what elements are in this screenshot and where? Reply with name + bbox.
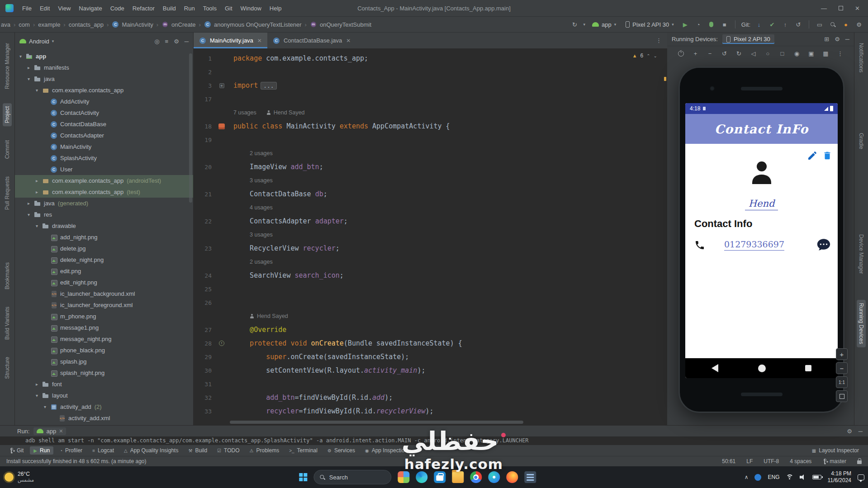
locate-file-button[interactable]: ◎ [154,38,159,45]
nav-back-button[interactable] [711,364,718,372]
edit-contact-icon[interactable] [807,150,818,161]
search-everywhere-button[interactable] [828,20,837,29]
device-mirror-button[interactable]: ▭ [815,20,824,29]
emulator-phone[interactable]: 4:18 Contact InFo [678,66,844,413]
profiler-button[interactable]: ◔ [694,20,703,29]
tool-window-button-build[interactable]: ⚒Build [185,446,211,455]
tray-app-icon[interactable] [754,474,761,481]
start-button[interactable] [299,473,307,481]
tool-stripe-running-devices[interactable]: Running Devices [857,300,866,347]
project-scrollbar[interactable] [189,53,192,203]
chevron-down-icon[interactable]: ▾ [18,54,24,59]
run-settings-button[interactable]: ⚙ [847,428,852,435]
volume-up-button[interactable]: + [692,49,700,57]
breadcrumb-item-oncreate[interactable]: onCreate [161,20,196,29]
tool-window-button-profiler[interactable]: ◔Profiler [56,446,86,455]
breadcrumb-item-anonymous-onquerytextlistener[interactable]: anonymous OnQueryTextListener [203,20,303,29]
rotate-left-button[interactable]: ↺ [721,49,729,57]
chevron-down-icon[interactable]: ▾ [34,223,40,228]
breadcrumb-item-example[interactable]: example [37,20,61,29]
git-commit-button[interactable]: ✔ [768,20,777,29]
settings-button[interactable]: ⚙ [174,38,179,45]
volume-icon[interactable] [800,474,806,480]
tree-row[interactable]: message1.png [15,322,193,333]
zoom-in-button[interactable]: + [836,348,848,360]
breadcrumb-item-contacts-app[interactable]: contacts_app [68,20,104,29]
hide-panel-button[interactable]: ─ [185,38,189,45]
chevron-right-icon[interactable]: ▸ [26,201,32,206]
tree-row[interactable]: ▸manifests [15,62,193,73]
tree-row[interactable]: ▸java(generated) [15,198,193,209]
tool-stripe-gradle[interactable]: Gradle [857,130,866,152]
volume-down-button[interactable]: − [706,49,714,57]
run-configuration-select[interactable]: app▾ [589,20,619,29]
chevron-right-icon[interactable]: ▸ [34,382,40,387]
status-widget-lf[interactable]: LF [746,458,753,464]
tree-row[interactable]: ▾app [15,51,193,62]
menu-run[interactable]: Run [180,0,199,16]
menu-file[interactable]: File [18,0,36,16]
tree-row[interactable]: SplashActivity [15,152,193,164]
chevron-down-icon[interactable]: ▾ [34,393,40,398]
tree-row[interactable]: User [15,164,193,175]
override-method-icon[interactable]: ↑ [219,341,224,346]
breadcrumb-item-ava[interactable]: ava [0,20,11,29]
call-icon[interactable] [694,240,705,251]
git-rollback-button[interactable]: ↺ [794,20,803,29]
editor-tab-contactdatabase-java[interactable]: ContactDataBase.java✕ [267,33,356,48]
tree-row[interactable]: ContactsAdapter [15,130,193,141]
tool-stripe-bookmarks[interactable]: Bookmarks [3,259,12,293]
run-config-tab[interactable]: app ✕ [33,427,66,435]
close-tab-icon[interactable]: ✕ [346,38,351,44]
run-button[interactable]: ▶ [681,20,690,29]
menu-edit[interactable]: Edit [36,0,54,16]
tree-row[interactable]: ContactDataBase [15,118,193,130]
tree-row[interactable]: ▾com.example.contacts_app [15,85,193,96]
inspections-widget[interactable]: ▲ 6 ⌃ ⌄ [632,52,657,59]
screenshot-button[interactable]: ▣ [807,49,816,57]
status-widget-50-61[interactable]: 50:61 [722,458,735,464]
menu-tools[interactable]: Tools [199,0,221,16]
nav-home-button[interactable] [758,365,766,372]
author-hint[interactable]: Hend Sayed [250,313,288,319]
tree-row[interactable]: add_night.png [15,232,193,243]
rotate-right-button[interactable]: ↻ [735,49,743,57]
tree-row[interactable]: edit_night.png [15,277,193,288]
nav-recent-button[interactable] [805,365,811,371]
tree-row[interactable]: delete.jpg [15,243,193,254]
menu-view[interactable]: View [54,0,75,16]
phone-number-link[interactable]: 01279336697 [724,239,784,251]
editor-tab-mainactivity-java[interactable]: MainActivity.java✕ [194,33,267,48]
tool-window-button-app-inspection[interactable]: ◉App Inspection [361,446,411,455]
widgets-icon[interactable] [398,471,409,483]
camera-button[interactable]: ◉ [793,49,801,57]
chevron-right-icon[interactable]: ▸ [34,190,40,194]
usages-hint[interactable]: 3 usages [250,177,273,184]
zoom-reset-button[interactable]: 1:1 [836,376,848,388]
tree-row[interactable]: ▾layout [15,390,193,401]
device-tab[interactable]: Pixel 2 API 30 [722,34,774,44]
tree-row[interactable]: edit.png [15,265,193,277]
next-warning-button[interactable]: ⌄ [654,53,657,58]
tree-row[interactable]: ▸font [15,379,193,390]
taskbar-search[interactable]: Search [313,470,391,484]
maximize-button[interactable] [839,6,843,10]
close-icon[interactable]: ✕ [59,428,63,434]
sync-gradle-button[interactable]: ↻ [570,20,579,29]
tree-row[interactable]: activity_add.xml [15,412,193,424]
prev-warning-button[interactable]: ⌃ [646,53,650,58]
chevron-down-icon[interactable]: ▾ [34,88,40,93]
split-view-button[interactable]: ⊞ [824,36,829,43]
tree-row[interactable]: ▾java [15,73,193,85]
tool-stripe-resource-manager[interactable]: Resource Manager [3,40,12,92]
ide-settings-button[interactable]: ⚙ [854,20,863,29]
usages-hint[interactable]: 3 usages [250,232,273,238]
language-indicator[interactable]: ENG [768,474,779,480]
message-icon[interactable] [816,238,831,252]
debug-button[interactable] [707,20,716,29]
chevron-down-icon[interactable]: ▾ [42,404,48,409]
device-select[interactable]: Pixel 2 API 30▾ [623,20,676,29]
tool-window-button-problems[interactable]: ⚠Problems [246,446,283,455]
tree-row[interactable]: message_night.png [15,333,193,345]
zoom-fit-button[interactable] [836,390,848,402]
